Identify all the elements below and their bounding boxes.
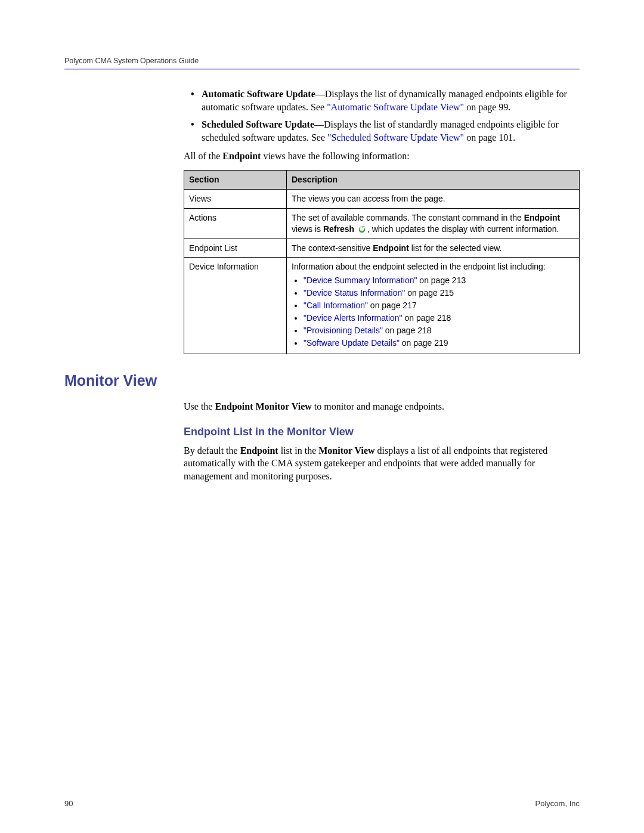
header-rule bbox=[64, 69, 580, 70]
link-scheduled-update-view[interactable]: "Scheduled Software Update View" bbox=[327, 132, 464, 143]
table-row: Device Information Information about the… bbox=[184, 258, 580, 354]
monitor-body: By default the Endpoint list in the Moni… bbox=[184, 444, 580, 483]
table-row: Actions The set of available commands. T… bbox=[184, 208, 580, 239]
link-device-summary[interactable]: "Device Summary Information" bbox=[304, 275, 417, 285]
text-bold: Endpoint bbox=[240, 445, 278, 456]
device-info-links: "Device Summary Information" on page 213… bbox=[292, 275, 574, 348]
bullet-label: Automatic Software Update bbox=[202, 89, 315, 99]
link-device-status[interactable]: "Device Status Information" bbox=[304, 288, 405, 298]
text: list in the bbox=[278, 445, 319, 456]
cell-section: Views bbox=[184, 189, 287, 208]
link-software-update-details[interactable]: "Software Update Details" bbox=[304, 338, 400, 348]
bullet-tail: on page 101. bbox=[464, 132, 515, 143]
text: on page 213 bbox=[417, 275, 466, 285]
feature-bullets: Automatic Software Update—Displays the l… bbox=[184, 88, 580, 144]
list-item: "Provisioning Details" on page 218 bbox=[304, 325, 574, 336]
page-footer: 90 Polycom, Inc bbox=[64, 799, 580, 808]
bullet-tail: on page 99. bbox=[464, 102, 510, 112]
text-bold: Monitor View bbox=[318, 445, 374, 456]
text: on page 219 bbox=[400, 338, 448, 348]
refresh-icon bbox=[358, 225, 366, 234]
link-auto-update-view[interactable]: "Automatic Software Update View" bbox=[327, 102, 464, 112]
cell-description: The set of available commands. The const… bbox=[287, 208, 580, 239]
bullet-auto-update: Automatic Software Update—Displays the l… bbox=[184, 88, 580, 113]
text: , which updates the display with current… bbox=[367, 224, 559, 234]
table-header-row: Section Description bbox=[184, 170, 580, 189]
text: on page 218 bbox=[383, 326, 432, 335]
page-number: 90 bbox=[64, 799, 73, 808]
monitor-intro: Use the Endpoint Monitor View to monitor… bbox=[184, 400, 580, 413]
th-description: Description bbox=[287, 170, 580, 189]
bullet-scheduled-update: Scheduled Software Update—Displays the l… bbox=[184, 118, 580, 144]
table-row: Views The views you can access from the … bbox=[184, 189, 580, 208]
running-header: Polycom CMA System Operations Guide bbox=[64, 57, 580, 65]
link-device-alerts[interactable]: "Device Alerts Information" bbox=[304, 313, 402, 323]
text: The set of available commands. The const… bbox=[292, 213, 524, 222]
cell-section: Device Information bbox=[184, 258, 287, 354]
monitor-section: Use the Endpoint Monitor View to monitor… bbox=[184, 400, 580, 483]
text: By default the bbox=[184, 445, 240, 456]
text: Information about the endpoint selected … bbox=[292, 261, 574, 272]
link-call-info[interactable]: "Call Information" bbox=[304, 301, 368, 310]
footer-company: Polycom, Inc bbox=[535, 799, 580, 808]
text-bold: Refresh bbox=[323, 224, 354, 234]
all-views-intro: All of the Endpoint views have the follo… bbox=[184, 150, 580, 163]
main-content: Automatic Software Update—Displays the l… bbox=[184, 88, 580, 354]
link-provisioning-details[interactable]: "Provisioning Details" bbox=[304, 326, 383, 335]
text: views have the following information: bbox=[261, 151, 409, 161]
list-item: "Device Status Information" on page 215 bbox=[304, 287, 574, 299]
list-item: "Device Summary Information" on page 213 bbox=[304, 275, 574, 286]
table-row: Endpoint List The context-sensitive Endp… bbox=[184, 239, 580, 258]
text: on page 215 bbox=[405, 288, 454, 298]
list-item: "Device Alerts Information" on page 218 bbox=[304, 312, 574, 324]
text: list for the selected view. bbox=[409, 243, 502, 253]
text: The context-sensitive bbox=[292, 243, 373, 253]
text: on page 217 bbox=[368, 301, 417, 310]
heading-endpoint-list: Endpoint List in the Monitor View bbox=[184, 425, 580, 439]
text: views is bbox=[292, 224, 323, 234]
cell-description: The views you can access from the page. bbox=[287, 189, 580, 208]
text-bold: Endpoint bbox=[222, 151, 261, 161]
bullet-label: Scheduled Software Update bbox=[202, 119, 314, 129]
info-table: Section Description Views The views you … bbox=[184, 170, 580, 354]
text-bold: Endpoint bbox=[524, 213, 561, 222]
bullet-dash: — bbox=[315, 89, 325, 99]
cell-section: Actions bbox=[184, 208, 287, 239]
text: to monitor and manage endpoints. bbox=[312, 401, 444, 411]
list-item: "Software Update Details" on page 219 bbox=[304, 337, 574, 349]
text: Use the bbox=[184, 401, 215, 411]
list-item: "Call Information" on page 217 bbox=[304, 300, 574, 311]
bullet-dash: — bbox=[314, 119, 324, 129]
cell-section: Endpoint List bbox=[184, 239, 287, 258]
page: Polycom CMA System Operations Guide Auto… bbox=[0, 0, 644, 833]
text-bold: Endpoint bbox=[373, 243, 409, 253]
cell-description: Information about the endpoint selected … bbox=[287, 258, 580, 354]
th-section: Section bbox=[184, 170, 287, 189]
text-bold: Endpoint Monitor View bbox=[215, 401, 311, 411]
text: All of the bbox=[184, 151, 222, 161]
heading-monitor-view: Monitor View bbox=[64, 372, 580, 389]
text: on page 218 bbox=[402, 313, 451, 323]
cell-description: The context-sensitive Endpoint list for … bbox=[287, 239, 580, 258]
